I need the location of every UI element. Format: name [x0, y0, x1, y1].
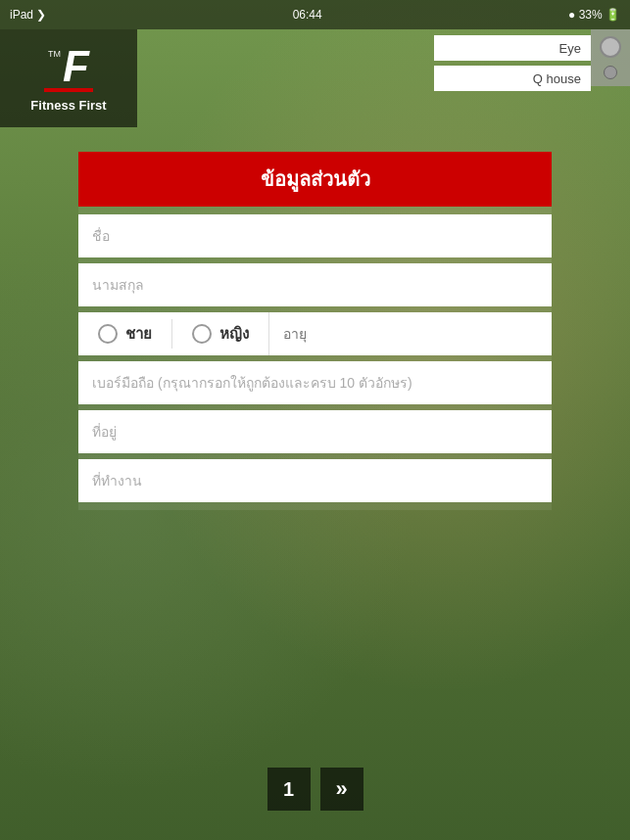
status-right: ● 33% 🔋	[568, 8, 620, 22]
firstname-input[interactable]	[78, 214, 552, 257]
form-title: ข้อมูลส่วนตัว	[78, 152, 552, 207]
age-input[interactable]	[268, 312, 552, 355]
gender-female-label: หญิง	[219, 322, 249, 346]
page-number: 1	[267, 768, 311, 811]
radio-female[interactable]	[192, 324, 212, 344]
form-card: ข้อมูลส่วนตัว ชาย หญิง	[78, 152, 552, 510]
address-input[interactable]	[78, 410, 552, 453]
avatar-head	[600, 36, 621, 58]
gender-male-label: ชาย	[125, 322, 152, 346]
workplace-input[interactable]	[78, 459, 552, 502]
logo-brand: Fitness First	[30, 98, 106, 113]
gender-male-option[interactable]: ชาย	[78, 322, 171, 346]
status-bar: iPad ❯ 06:44 ● 33% 🔋	[0, 0, 630, 29]
next-page-button[interactable]: »	[320, 768, 363, 811]
header-right: Eye Q house	[434, 29, 591, 91]
status-center: 06:44	[293, 8, 322, 22]
avatar-area[interactable]	[591, 29, 630, 86]
house-box: Q house	[434, 66, 591, 91]
house-label: Q house	[533, 71, 581, 86]
trademark-mark: TM	[48, 49, 61, 59]
gender-female-option[interactable]: หญิง	[172, 322, 268, 346]
lastname-input[interactable]	[78, 263, 552, 306]
eye-label: Eye	[559, 41, 581, 56]
location-icon	[604, 66, 617, 79]
form-body: ชาย หญิง	[78, 207, 552, 510]
logo-area: TM F Fitness First	[0, 29, 137, 127]
pagination: 1 »	[0, 768, 630, 811]
logo-letter: F	[63, 45, 89, 88]
phone-input[interactable]	[78, 361, 552, 404]
status-left: iPad ❯	[10, 8, 46, 22]
gender-age-row: ชาย หญิง	[78, 312, 552, 355]
radio-male[interactable]	[98, 324, 118, 344]
eye-box: Eye	[434, 35, 591, 61]
